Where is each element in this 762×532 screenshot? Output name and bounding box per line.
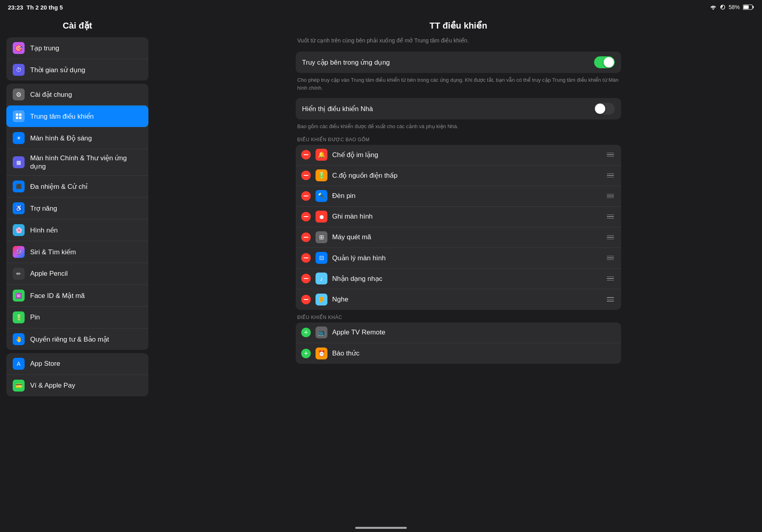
nhan-dang-icon: ♪ [316, 273, 327, 284]
control-item-may-quet-ma: ⊞ Máy quét mã [296, 227, 621, 248]
vi-apple-pay-label: Ví & Apple Pay [30, 382, 75, 390]
thoi-gian-label: Thời gian sử dụng [30, 66, 85, 74]
right-panel: TT điều khiển Vuốt từ cạnh trên cùng bên… [155, 0, 762, 532]
vi-icon: 💳 [13, 380, 25, 392]
home-indicator [355, 527, 407, 529]
truy-cap-label: Truy cập bên trong ứng dụng [302, 58, 390, 67]
sidebar-item-man-hinh-chinh[interactable]: ▦ Màn hình Chính & Thư viện ứng dụng [6, 149, 148, 176]
man-hinh-chinh-icon: ▦ [13, 156, 25, 168]
control-item-nhan-dang: ♪ Nhận dạng nhạc [296, 269, 621, 289]
drag-handle-nhan[interactable] [605, 275, 616, 282]
ghi-man-hinh-name: Ghi màn hình [332, 213, 605, 221]
remove-ghi-man-hinh[interactable] [301, 212, 311, 221]
sidebar-item-app-store[interactable]: A App Store [6, 353, 148, 375]
nguon-dien-name: C.độ nguồn điện thấp [332, 171, 605, 180]
hint-text: Vuốt từ cạnh trên cùng bên phải xuống để… [296, 37, 621, 44]
remove-nhan-dang[interactable] [301, 274, 311, 283]
included-section-label: ĐIỀU KHIỂN ĐƯỢC BAO GỒM [297, 137, 620, 142]
sidebar-item-tap-trung[interactable]: 🎯 Tạp trung [6, 37, 148, 59]
drag-handle-che-do[interactable] [605, 151, 616, 159]
siri-icon: 🔮 [13, 246, 25, 258]
sidebar-item-vi-apple-pay[interactable]: 💳 Ví & Apple Pay [6, 375, 148, 396]
remove-quan-ly[interactable] [301, 253, 311, 263]
tro-nang-icon: ♿ [13, 202, 25, 214]
face-id-icon: 🆔 [13, 290, 25, 302]
remove-may-quet-ma[interactable] [301, 232, 311, 242]
control-item-bao-thuc: ⏰ Báo thức [296, 343, 621, 364]
sidebar-item-da-nhiem[interactable]: ⬛ Đa nhiệm & Cử chỉ [6, 176, 148, 198]
remove-che-do-im-lang[interactable] [301, 150, 311, 159]
add-bao-thuc[interactable] [301, 349, 311, 358]
da-nhiem-icon: ⬛ [13, 181, 25, 192]
control-item-apple-tv: 📺 Apple TV Remote [296, 323, 621, 343]
battery-percent: 58% [729, 4, 740, 10]
sidebar-item-hinh-nen[interactable]: 🌸 Hình nền [6, 219, 148, 241]
sidebar-item-tro-nang[interactable]: ♿ Trợ năng [6, 198, 148, 219]
toggle-truy-cap[interactable] [594, 56, 615, 68]
drag-handle-ghi[interactable] [605, 213, 616, 221]
app-store-icon: A [13, 358, 25, 370]
drag-handle-quan[interactable] [605, 254, 616, 262]
sidebar-item-man-hinh-do-sang[interactable]: ☀ Màn hình & Độ sáng [6, 127, 148, 149]
quyen-rieng-tu-icon: 🤚 [13, 333, 25, 345]
wifi-icon [710, 4, 717, 10]
control-item-quan-ly: ⊟ Quản lý màn hình [296, 248, 621, 269]
trung-tam-label: Trung tâm điều khiển [30, 112, 94, 121]
battery-icon [743, 4, 754, 10]
drag-handle-nguon[interactable] [605, 172, 616, 179]
sidebar-item-apple-pencil[interactable]: ✏ Apple Pencil [6, 263, 148, 285]
right-panel-title: TT điều khiển [155, 14, 762, 37]
quan-ly-icon: ⊟ [316, 252, 327, 264]
sidebar-item-quyen-rieng-tu[interactable]: 🤚 Quyền riêng tư & Bảo mật [6, 328, 148, 350]
other-section-label: ĐIỀU KHIỂN KHÁC [297, 315, 620, 320]
remove-nguon-dien[interactable] [301, 171, 311, 180]
bao-thuc-icon: ⏰ [316, 348, 327, 359]
sidebar-item-pin[interactable]: 🔋 Pin [6, 307, 148, 328]
hinh-nen-label: Hình nền [30, 226, 58, 234]
hinh-nen-icon: 🌸 [13, 224, 25, 236]
drag-handle-may[interactable] [605, 234, 616, 241]
man-hinh-icon: ☀ [13, 132, 25, 144]
drag-handle-den[interactable] [605, 192, 616, 200]
man-hinh-chinh-label: Màn hình Chính & Thư viện ứng dụng [30, 154, 142, 171]
sidebar-item-face-id[interactable]: 🆔 Face ID & Mật mã [6, 285, 148, 307]
add-apple-tv[interactable] [301, 328, 311, 337]
sidebar-item-trung-tam[interactable]: Trung tâm điều khiển [6, 106, 148, 127]
control-item-nguon-dien: 🔋 C.độ nguồn điện thấp [296, 165, 621, 186]
sidebar-item-cai-dat-chung[interactable]: ⚙ Cài đặt chung [6, 84, 148, 106]
apple-pencil-label: Apple Pencil [30, 270, 68, 278]
svg-rect-5 [16, 117, 18, 119]
quan-ly-name: Quản lý màn hình [332, 254, 605, 262]
moon-icon [720, 4, 725, 10]
drag-handle-nghe[interactable] [605, 296, 616, 303]
sidebar-title: Cài đặt [0, 14, 155, 36]
trung-tam-icon [13, 110, 25, 122]
pin-label: Pin [30, 313, 40, 321]
nhan-dang-name: Nhận dạng nhạc [332, 275, 605, 283]
remove-nghe[interactable] [301, 295, 311, 304]
pin-icon: 🔋 [13, 311, 25, 323]
sidebar-item-siri[interactable]: 🔮 Siri & Tìm kiếm [6, 241, 148, 263]
remove-den-pin[interactable] [301, 191, 311, 201]
face-id-label: Face ID & Mật mã [30, 292, 85, 300]
hien-thi-description: Bao gồm các điều khiển được đề xuất cho … [297, 123, 621, 131]
toggle-knob [604, 57, 614, 67]
che-do-im-lang-icon: 🔔 [316, 149, 327, 161]
nghe-icon: 👂 [316, 294, 327, 305]
toggle-knob-2 [595, 104, 605, 114]
quyen-rieng-tu-label: Quyền riêng tư & Bảo mật [30, 335, 109, 344]
apple-tv-icon: 📺 [316, 326, 327, 338]
den-pin-icon: 🔦 [316, 190, 327, 202]
man-hinh-do-sang-label: Màn hình & Độ sáng [30, 134, 92, 142]
svg-rect-2 [744, 6, 749, 9]
sidebar-section-1: 🎯 Tạp trung ⏱ Thời gian sử dụng [6, 37, 148, 81]
sidebar-item-thoi-gian[interactable]: ⏱ Thời gian sử dụng [6, 59, 148, 81]
thoi-gian-icon: ⏱ [13, 64, 25, 76]
control-item-che-do-im-lang: 🔔 Chế độ im lặng [296, 145, 621, 165]
toggle-hien-thi[interactable] [594, 103, 615, 115]
svg-rect-4 [19, 113, 21, 116]
tro-nang-label: Trợ năng [30, 204, 57, 213]
status-time: 23:23 Th 2 20 thg 5 [8, 4, 63, 11]
other-controls-list: 📺 Apple TV Remote ⏰ Báo thức [296, 323, 621, 364]
siri-label: Siri & Tìm kiếm [30, 248, 76, 256]
